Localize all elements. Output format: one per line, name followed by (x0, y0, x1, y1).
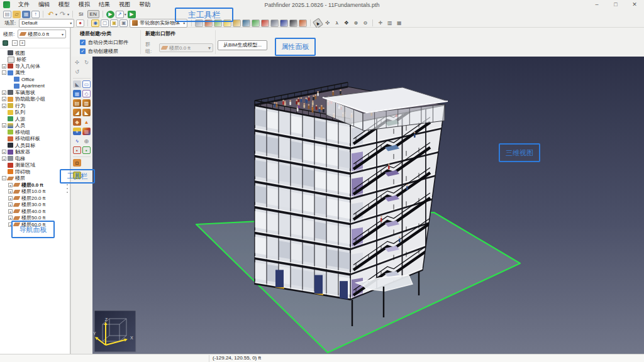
tree-item-1[interactable]: 标签 (1, 57, 70, 63)
maximize-button[interactable]: □ (606, 0, 625, 9)
show-exits-icon[interactable] (261, 19, 269, 27)
scene-selector[interactable]: Default▾ (19, 19, 74, 28)
tree-item-3[interactable]: −属性 (1, 70, 70, 77)
show-obstructions-icon[interactable] (299, 19, 307, 27)
tree-item-7[interactable]: +协助疏散小组 (1, 96, 70, 103)
rotate-tool-icon[interactable]: ↻ (82, 58, 91, 66)
twisty-icon[interactable]: + (2, 123, 6, 128)
view-copy-icon-2[interactable]: ▣ (110, 19, 118, 27)
undo-icon[interactable]: ↶ (47, 11, 55, 18)
viewport-3d[interactable]: ZXY (92, 57, 644, 354)
target-tool-icon[interactable]: ◎ (82, 137, 91, 145)
twisty-icon[interactable]: + (8, 183, 13, 187)
twisty-icon[interactable]: + (8, 189, 13, 194)
expand-all-button[interactable]: + (19, 40, 25, 46)
twisty-icon[interactable]: + (2, 97, 6, 101)
tree-item-15[interactable]: +触发器 (1, 149, 70, 156)
tree-item-12[interactable]: 移动组 (1, 129, 70, 136)
orbit-view-icon[interactable]: ◉ (91, 19, 99, 27)
ramp2-tool-icon[interactable]: ◣ (82, 109, 91, 116)
polygon-room-tool-icon[interactable]: ◣ (73, 80, 81, 88)
measure-region-green-tool-icon[interactable]: ▪ (82, 146, 91, 154)
save-icon[interactable]: ▦ (22, 11, 30, 18)
twisty-icon[interactable]: − (2, 70, 6, 75)
rectangle-room-tool-icon[interactable]: ▭ (82, 80, 91, 88)
auto-create-floor-checkbox[interactable]: ✓ (80, 48, 86, 54)
menu-0[interactable]: 文件 (14, 0, 34, 9)
new-file-icon[interactable]: ▤ (3, 11, 11, 18)
reset-view-icon[interactable]: ✛ (376, 19, 384, 27)
twisty-icon[interactable]: + (2, 104, 6, 108)
tree-item-22[interactable]: +楼层20.0 ft (1, 195, 70, 202)
tree-item-9[interactable]: 队列 (1, 109, 70, 116)
close-button[interactable]: ✕ (625, 0, 644, 9)
floor-selector[interactable]: 楼层0.0 ft ▾ (18, 30, 66, 38)
show-targets-icon[interactable] (289, 19, 297, 27)
open-file-icon[interactable]: ▱ (13, 11, 21, 18)
twisty-icon[interactable]: + (8, 216, 13, 220)
obstruction-tool-icon[interactable]: ▲ (82, 118, 91, 126)
extrude-tool-icon[interactable]: ◇ (82, 90, 91, 97)
tree-item-17[interactable]: 测量区域 (1, 162, 70, 169)
tree-item-21[interactable]: +楼层10.0 ft (1, 189, 70, 195)
split-view-icon[interactable]: ▦ (395, 19, 403, 27)
tree-item-4[interactable]: Office (1, 76, 70, 83)
menu-4[interactable]: 结果 (94, 0, 114, 9)
tree-item-8[interactable]: +行为 (1, 102, 70, 109)
pan-tool-icon[interactable]: ✥ (342, 19, 350, 27)
show-behaviors-icon[interactable] (242, 19, 250, 27)
twisty-icon[interactable]: + (2, 150, 6, 154)
menu-3[interactable]: 模拟 (74, 0, 94, 9)
zoom-box-tool-icon[interactable]: ⊖ (361, 19, 369, 27)
mirror-tool-icon[interactable]: ↺ (73, 68, 81, 75)
twisty-icon[interactable]: + (2, 156, 6, 161)
tree-item-0[interactable]: 视图 (1, 50, 70, 57)
run-simulation-icon[interactable]: ▶ (106, 11, 114, 18)
menu-1[interactable]: 编辑 (34, 0, 54, 9)
si-units-button[interactable]: SI (76, 10, 86, 18)
tree-item-13[interactable]: 移动组样板 (1, 136, 70, 143)
show-triggers-icon[interactable] (280, 19, 288, 27)
stairs2-tool-icon[interactable]: ▥ (82, 99, 91, 107)
scenario-manager-icon[interactable]: ● (76, 19, 84, 27)
twisty-icon[interactable]: − (2, 176, 6, 180)
view-results-icon[interactable]: ▶ (128, 11, 136, 18)
ramp-tool-icon[interactable]: ◢ (73, 109, 81, 116)
panel-splitter[interactable] (67, 184, 69, 193)
move-tool-icon[interactable]: ✣ (73, 58, 81, 66)
measure-region-red-tool-icon[interactable]: ▪ (73, 146, 81, 154)
menu-5[interactable]: 视图 (114, 0, 135, 9)
walk-tool-icon[interactable]: λ (333, 19, 341, 27)
generate-from-bim-button[interactable]: 从BIM生成模型... (218, 40, 267, 50)
twisty-icon[interactable]: + (8, 196, 13, 200)
menu-2[interactable]: 模型 (54, 0, 74, 9)
view-copy-icon-1[interactable]: ▢ (101, 19, 109, 27)
view-copy-icon-3[interactable]: ▣ (119, 19, 128, 27)
tree-item-10[interactable]: 人源 (1, 116, 70, 123)
single-view-icon[interactable]: ▥ (386, 19, 394, 27)
trigger-tool-icon[interactable]: ϟ (73, 137, 81, 145)
tree-item-16[interactable]: +电梯 (1, 155, 70, 162)
show-measurement-regions-icon[interactable] (252, 19, 260, 27)
twisty-icon[interactable]: + (8, 209, 13, 214)
results-plot-icon[interactable]: ↗ (116, 11, 124, 18)
redo-icon[interactable]: ↷ (58, 11, 67, 18)
import-icon[interactable]: ↑ (31, 11, 40, 18)
collapse-all-button[interactable]: − (12, 40, 18, 46)
occupant-tool-icon[interactable]: ● (73, 128, 81, 135)
zoom-in-tool-icon[interactable]: ⊕ (352, 19, 360, 27)
tree-item-2[interactable]: +导入几何体 (1, 63, 70, 70)
twisty-icon[interactable]: + (2, 90, 6, 95)
en-units-button[interactable]: EN (87, 10, 99, 18)
settings-icon[interactable] (3, 40, 8, 46)
tree-item-24[interactable]: +楼层40.0 ft (1, 208, 70, 215)
occupant-group-tool-icon[interactable]: ▦ (82, 128, 91, 135)
background-grid-tool-icon[interactable]: ▦ (73, 90, 81, 97)
orbit-tool-icon[interactable]: ✣ (323, 19, 331, 27)
tree-item-6[interactable]: +车辆形状 (1, 89, 70, 96)
menu-6[interactable]: 帮助 (135, 0, 155, 9)
stairs-tool-icon[interactable]: ▤ (73, 99, 81, 107)
redo-icon-caret[interactable]: ▾ (67, 12, 69, 16)
tree-item-23[interactable]: +楼层30.0 ft (1, 202, 70, 209)
minimize-button[interactable]: – (587, 0, 606, 9)
